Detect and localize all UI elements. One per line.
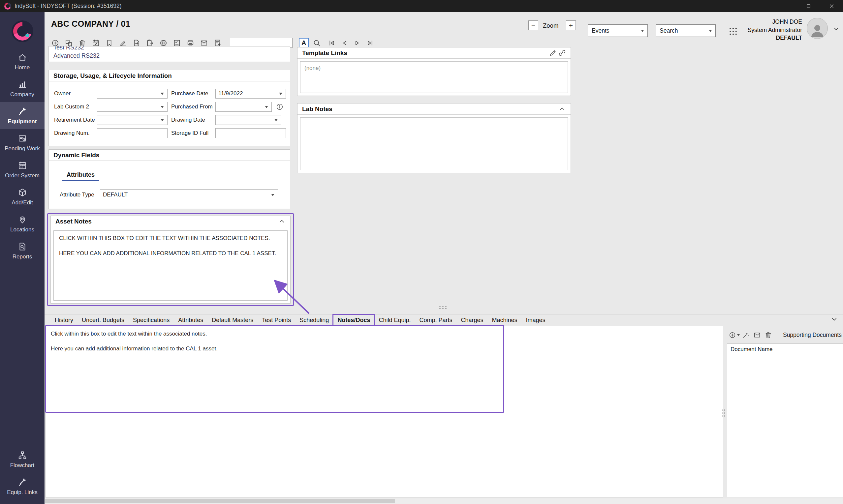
zoom-label: Zoom [543, 22, 558, 29]
add-document-button[interactable] [727, 330, 737, 340]
plus-icon: + [569, 22, 573, 29]
apps-grid-button[interactable] [727, 26, 739, 37]
asset-notes-editor[interactable]: CLICK WITHIN THIS BOX TO EDIT THE TEXT W… [53, 230, 287, 301]
sidebar-item-pending-work[interactable]: Pending Work [0, 129, 45, 156]
lab-notes-editor[interactable] [300, 118, 568, 170]
horizontal-splitter-handle[interactable] [439, 306, 447, 309]
purchased-from-info-button[interactable] [276, 103, 284, 111]
tab-machines[interactable]: Machines [488, 314, 522, 326]
template-links-edit-button[interactable] [548, 49, 557, 58]
dropdown-caret-icon [271, 194, 275, 196]
wand-button[interactable] [740, 330, 751, 340]
font-button[interactable]: A [299, 38, 309, 48]
template-links-header: Template Links [298, 48, 570, 59]
chevron-down-icon [832, 25, 840, 33]
next-record-button[interactable] [352, 37, 363, 49]
vertical-splitter-handle[interactable] [722, 409, 725, 417]
search-dropdown[interactable]: Search [656, 24, 716, 37]
add-document-icon [728, 331, 736, 339]
tab-attributes[interactable]: Attributes [174, 314, 208, 326]
search-icon [313, 39, 321, 47]
minimize-button[interactable] [774, 0, 797, 12]
zoom-in-button[interactable]: + [566, 20, 576, 30]
tabbar-overflow-button[interactable] [828, 313, 840, 325]
print-icon [186, 39, 195, 47]
last-record-button[interactable] [365, 37, 376, 49]
purchase-date-label: Purchase Date [171, 89, 208, 98]
events-dropdown-value: Events [592, 28, 610, 34]
pending-work-icon [18, 134, 27, 143]
link-advanced-rs232[interactable]: Advanced RS232 [53, 52, 100, 60]
grip-dots-icon [439, 306, 447, 309]
tab-history[interactable]: History [51, 314, 77, 326]
tab-specifications[interactable]: Specifications [129, 314, 174, 326]
tab-child-equip[interactable]: Child Equip. [374, 314, 415, 326]
previous-record-button[interactable] [339, 37, 350, 49]
sidebar-item-equipment[interactable]: Equipment [0, 102, 45, 129]
sidebar-item-home[interactable]: Home [0, 48, 45, 75]
retirement-date-select[interactable] [97, 115, 168, 125]
wand-icon [742, 331, 750, 339]
sidebar-item-locations[interactable]: Locations [0, 210, 45, 237]
locations-icon [18, 215, 27, 224]
tab-default-masters[interactable]: Default Masters [208, 314, 258, 326]
lab-notes-section: Lab Notes [297, 103, 571, 173]
tab-uncert-budgets[interactable]: Uncert. Budgets [77, 314, 129, 326]
tab-comp-parts[interactable]: Comp. Parts [415, 314, 456, 326]
next-record-icon [353, 39, 362, 47]
info-icon [276, 103, 284, 111]
user-role: System Administrator [748, 26, 802, 34]
sidebar-item-add-edit[interactable]: Add/Edit [0, 183, 45, 210]
bookmark-icon [105, 39, 113, 47]
tab-notes-docs[interactable]: Notes/Docs [333, 314, 374, 326]
sidebar-item-company[interactable]: Company [0, 75, 45, 102]
drawing-date-select[interactable] [215, 115, 281, 125]
add-record-icon [51, 39, 59, 47]
notes-docs-editor[interactable]: Click within this box to edit the text w… [45, 326, 723, 498]
tab-images[interactable]: Images [522, 314, 550, 326]
first-record-icon [328, 39, 336, 47]
dropdown-caret-icon [279, 93, 282, 95]
email-document-button[interactable] [752, 330, 762, 340]
lab-notes-header: Lab Notes [298, 104, 570, 115]
horizontal-scrollbar-thumb[interactable] [45, 499, 395, 503]
template-links-section: Template Links (none) [297, 47, 571, 96]
first-record-button[interactable] [326, 37, 337, 49]
globe-link-icon [159, 39, 168, 47]
asset-notes-collapse-button[interactable] [277, 217, 286, 226]
supporting-documents-list[interactable]: Document Name [727, 343, 843, 497]
lab-notes-collapse-button[interactable] [557, 105, 567, 114]
attribute-type-select[interactable]: DEFAULT [100, 189, 278, 200]
avatar[interactable] [807, 18, 828, 39]
lab-custom-2-select[interactable] [97, 102, 168, 112]
storage-id-full-input[interactable] [215, 128, 286, 138]
search-button[interactable] [311, 37, 322, 49]
drawing-num-input[interactable] [97, 128, 168, 138]
tab-attributes[interactable]: Attributes [62, 169, 99, 181]
purchased-from-select[interactable] [215, 102, 272, 112]
sidebar-item-equip-links[interactable]: Equip. Links [0, 473, 45, 500]
sidebar-item-flowchart[interactable]: Flowchart [0, 446, 45, 473]
owner-select[interactable] [97, 89, 168, 98]
user-menu-chevron-button[interactable] [830, 23, 842, 34]
horizontal-scrollbar[interactable] [45, 499, 843, 504]
purchase-date-select[interactable]: 11/9/2022 [215, 89, 286, 98]
tab-scheduling[interactable]: Scheduling [295, 314, 333, 326]
maximize-button[interactable] [797, 0, 820, 12]
calendar-edit-icon [92, 39, 100, 47]
close-button[interactable] [820, 0, 843, 12]
previous-record-icon [340, 39, 349, 47]
sidebar-item-reports[interactable]: Reports [0, 237, 45, 264]
sidebar-item-order-system[interactable]: Order System [0, 156, 45, 183]
template-links-list[interactable]: (none) [300, 61, 568, 93]
events-dropdown[interactable]: Events [588, 24, 648, 37]
tab-charges[interactable]: Charges [457, 314, 488, 326]
link-test-rs232[interactable]: Test RS232 [53, 46, 84, 52]
tab-test-points[interactable]: Test Points [258, 314, 295, 326]
order-system-icon [18, 161, 27, 170]
delete-document-button[interactable] [763, 330, 773, 340]
add-document-caret-icon[interactable] [737, 334, 740, 336]
app-window: IndySoft - INDYSOFT (Session: #351692) H… [0, 0, 843, 504]
template-links-link-button[interactable] [557, 49, 567, 58]
zoom-out-button[interactable]: − [528, 20, 538, 30]
